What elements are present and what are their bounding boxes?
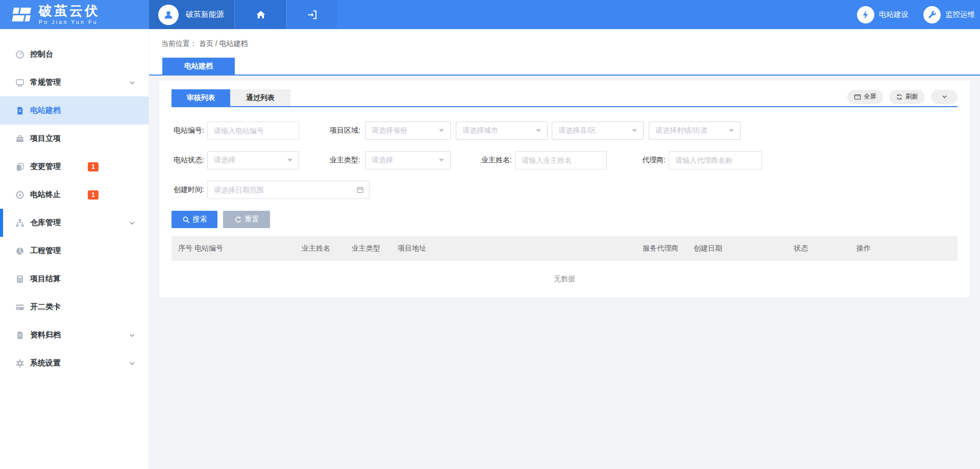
owner-name-input[interactable] (515, 151, 607, 169)
chevron-down-icon (129, 360, 135, 366)
sidebar-item-station-termination[interactable]: 电站终止 1 (0, 181, 149, 209)
content-area: 当前位置： 首页 / 电站建档 电站建档 审核列表 通过列表 (149, 29, 980, 469)
nav-station-build-label: 电站建设 (879, 10, 909, 19)
sidebar-item-label: 变更管理 (30, 162, 61, 171)
caret-down-icon (632, 129, 637, 132)
user-menu[interactable]: 破茧新能源 (149, 0, 234, 29)
main-panel: 审核列表 通过列表 全屏 (159, 81, 970, 298)
status-placeholder: 请选择 (214, 156, 283, 165)
table-header-row: 序号 电站编号 业主姓名 业主类型 项目地址 服务代理商 创建日期 状态 操作 (172, 236, 958, 261)
sidebar-item-general-mgmt[interactable]: 常规管理 (0, 68, 149, 96)
brand-logo-icon (10, 6, 33, 24)
town-select[interactable]: 请选择村镇/街道 (649, 121, 741, 140)
search-button[interactable]: 搜索 (172, 211, 217, 228)
document-icon (15, 106, 26, 115)
breadcrumb-path: 首页 / 电站建档 (199, 39, 248, 47)
column-header: 创建日期 (694, 244, 794, 253)
results-table: 序号 电站编号 业主姓名 业主类型 项目地址 服务代理商 创建日期 状态 操作 … (172, 236, 958, 298)
breadcrumb-prefix: 当前位置： (161, 39, 197, 47)
sidebar-item-change-mgmt[interactable]: 变更管理 1 (0, 153, 149, 181)
sidebar-item-label: 开二类卡 (30, 302, 61, 312)
column-header: 状态 (794, 244, 856, 253)
create-time-label: 创建时间: (172, 185, 204, 194)
sidebar-item-label: 项目结算 (30, 274, 61, 284)
province-select[interactable]: 请选择省份 (365, 121, 451, 140)
badge: 1 (88, 162, 99, 171)
filter-row-2: 电站状态: 请选择 业主类型: 请选择 业主姓名: 代理商: (172, 151, 958, 169)
calendar-icon (356, 186, 364, 194)
sidebar-item-station-archive[interactable]: 电站建档 (0, 96, 149, 125)
brand-title: 破茧云伏 (39, 4, 100, 18)
chevron-down-icon (129, 332, 135, 338)
sidebar: 控制台 常规管理 电站建档 (0, 29, 149, 469)
chevron-down-icon (941, 93, 948, 100)
toolbar: 全屏 刷新 (847, 90, 958, 104)
station-status-select[interactable]: 请选择 (207, 151, 299, 169)
fullscreen-label: 全屏 (864, 92, 876, 101)
active-indicator (0, 209, 3, 237)
sidebar-item-label: 电站终止 (30, 190, 61, 200)
logout-button[interactable] (286, 0, 337, 29)
sidebar-item-project-settlement[interactable]: 项目结算 (0, 265, 149, 293)
date-range-input[interactable] (207, 181, 370, 199)
nav-monitor-ops[interactable]: 监控运维 (923, 6, 975, 23)
city-select[interactable]: 请选择城市 (456, 121, 548, 140)
bolt-icon (857, 6, 874, 23)
agent-input[interactable] (669, 151, 762, 169)
tab-passed-list[interactable]: 通过列表 (230, 89, 290, 106)
credit-card-icon (15, 303, 26, 312)
fullscreen-button[interactable]: 全屏 (847, 90, 883, 104)
home-button[interactable] (234, 0, 286, 29)
calculator-icon (15, 275, 26, 284)
region-label: 项目区域: (326, 126, 360, 135)
filter-row-1: 电站编号: 项目区域: 请选择省份 请选择城市 请选择县/区 (172, 121, 958, 140)
station-no-label: 电站编号: (172, 126, 204, 135)
sidebar-item-engineering-mgmt[interactable]: 工程管理 (0, 237, 149, 265)
county-placeholder: 请选择县/区 (558, 126, 628, 135)
sidebar-item-warehouse-mgmt[interactable]: 仓库管理 (0, 209, 149, 237)
chevron-down-icon (129, 220, 135, 226)
sidebar-item-label: 电站建档 (30, 106, 61, 115)
sidebar-item-project-initiation[interactable]: 项目立项 (0, 125, 149, 153)
station-no-input[interactable] (207, 121, 299, 140)
owner-type-label: 业主类型: (326, 156, 360, 165)
search-icon (182, 216, 190, 224)
column-header: 操作 (856, 244, 957, 253)
nav-station-build[interactable]: 电站建设 (857, 6, 909, 23)
pie-chart-icon (15, 246, 26, 256)
column-header: 电站编号 (194, 244, 302, 253)
gear-icon (15, 359, 26, 368)
dashboard-icon (15, 50, 26, 59)
collapse-button[interactable] (931, 90, 958, 104)
owner-type-select[interactable]: 请选择 (365, 151, 451, 169)
reset-button[interactable]: 重置 (223, 211, 270, 228)
owner-name-label: 业主姓名: (477, 156, 512, 165)
breadcrumb: 当前位置： 首页 / 电站建档 (149, 29, 980, 48)
tab-review-list[interactable]: 审核列表 (172, 89, 230, 106)
refresh-button[interactable]: 刷新 (889, 90, 925, 104)
date-range-field (207, 181, 370, 199)
tabs-row: 审核列表 通过列表 全屏 (172, 89, 958, 107)
column-header: 业主姓名 (302, 244, 352, 253)
sidebar-item-card-opening[interactable]: 开二类卡 (0, 293, 149, 321)
topbar-nav: 电站建设 监控运维 (857, 0, 980, 29)
action-buttons: 搜索 重置 (172, 211, 958, 228)
station-status-label: 电站状态: (172, 156, 204, 165)
sidebar-item-label: 常规管理 (30, 78, 61, 87)
logout-icon (306, 9, 318, 21)
sidebar-item-system-settings[interactable]: 系统设置 (0, 349, 149, 377)
caret-down-icon (439, 159, 444, 162)
topbar-spacer (337, 0, 857, 29)
avatar[interactable] (158, 5, 179, 25)
county-select[interactable]: 请选择县/区 (552, 121, 644, 140)
column-header: 项目地址 (398, 244, 643, 253)
sidebar-item-label: 工程管理 (30, 246, 61, 256)
column-header: 服务代理商 (643, 244, 694, 253)
refresh-icon (896, 93, 903, 101)
sidebar-item-label: 资料归档 (30, 330, 61, 340)
page-tab-station-archive[interactable]: 电站建档 (162, 58, 235, 75)
brand-logo: 破茧云伏 Po Jian Yun Fu (0, 0, 149, 29)
reset-icon (234, 216, 242, 224)
sidebar-item-console[interactable]: 控制台 (0, 40, 149, 68)
sidebar-item-data-archive[interactable]: 资料归档 (0, 321, 149, 349)
